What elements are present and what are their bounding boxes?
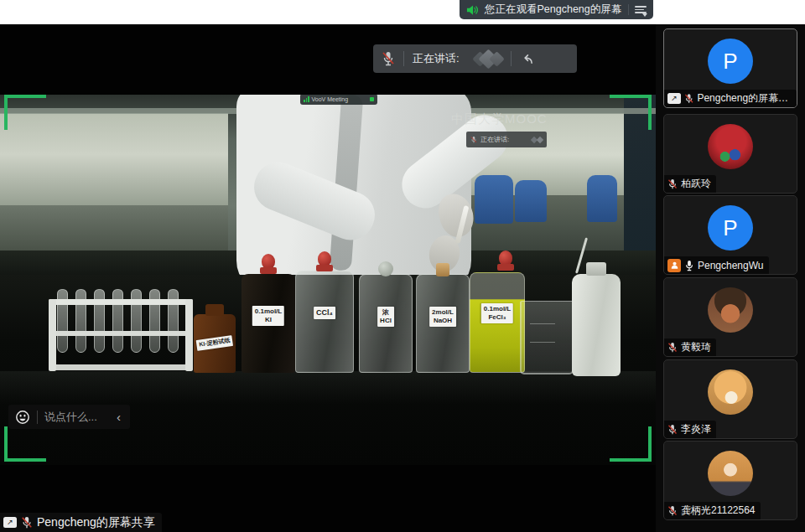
participant-name: 龚柄光21122564 xyxy=(681,504,756,518)
avatar: P xyxy=(708,39,753,84)
diamond-logo xyxy=(475,52,502,66)
share-border-corner xyxy=(4,95,46,130)
bottle-label: 0.1mol/LFeCl₃ xyxy=(481,303,513,323)
mic-muted-icon xyxy=(684,93,693,105)
participant-namebar: ↗ Pengcheng的屏幕共... xyxy=(664,90,797,107)
participant-tile[interactable]: 李炎泽 xyxy=(663,359,797,439)
lab-chair xyxy=(475,175,513,224)
top-strip: 您正在观看Pengcheng的屏幕 xyxy=(0,0,805,24)
speaking-label: 正在讲话: xyxy=(413,51,460,66)
mic-muted-icon xyxy=(470,136,477,144)
meeting-app: 您正在观看Pengcheng的屏幕 xyxy=(0,0,805,532)
bench-reflection xyxy=(0,371,656,405)
share-border-corner xyxy=(610,95,652,130)
bottle-label: 浓HCl xyxy=(377,307,394,327)
lab-chair xyxy=(587,175,617,222)
avatar xyxy=(708,369,753,415)
avatar xyxy=(708,287,753,333)
collapse-chevron[interactable]: ‹ xyxy=(114,410,123,424)
share-border-corner xyxy=(4,426,46,462)
participants-sidebar: P ↗ Pengcheng的屏幕共... xyxy=(656,24,805,532)
bottle-label: 0.1mol/LKI xyxy=(252,306,284,326)
bottle-ccl4: CCl₄ xyxy=(295,271,354,373)
emoji-button[interactable] xyxy=(15,410,30,425)
mic-muted-icon xyxy=(667,505,678,517)
chat-input-placeholder[interactable]: 说点什么... xyxy=(44,410,97,425)
overlay-divider xyxy=(511,51,512,66)
mic-muted-icon xyxy=(667,342,678,354)
test-tube-rack xyxy=(49,294,193,373)
mini-diamond-logo xyxy=(537,136,543,142)
bottle-label: 2mol/LNaOH xyxy=(429,307,456,327)
participant-tile[interactable]: P PengchengWu xyxy=(663,195,797,275)
share-border-corner xyxy=(610,426,652,462)
pill-divider xyxy=(628,4,629,15)
bottle-label: KI-淀粉试纸 xyxy=(196,335,234,351)
participant-tile[interactable]: 柏跃玲 xyxy=(663,114,797,194)
reply-arrow-icon[interactable] xyxy=(520,53,534,65)
participant-name: 柏跃玲 xyxy=(681,177,711,191)
nested-meeting-titlebar: VooV Meeting xyxy=(300,95,377,105)
signal-bars-icon xyxy=(304,96,309,102)
bottle-fecl3: 0.1mol/LFeCl₃ xyxy=(470,272,525,373)
bottle-naoh: 2mol/LNaOH xyxy=(416,274,470,373)
share-banner-label: Pengcheng的屏幕共享 xyxy=(37,515,155,530)
participant-tile[interactable]: 龚柄光21122564 xyxy=(663,441,797,520)
participant-tile[interactable]: 黄毅琦 xyxy=(663,277,797,357)
share-banner: ↗ Pengcheng的屏幕共享 xyxy=(0,513,162,532)
screen-share-icon: ↗ xyxy=(667,93,681,104)
overlay-divider xyxy=(403,51,404,66)
mic-on-icon xyxy=(684,260,694,271)
participant-tile[interactable]: P ↗ Pengcheng的屏幕共... xyxy=(663,28,797,108)
speaker-icon xyxy=(466,4,479,16)
host-badge-icon xyxy=(667,259,681,272)
participant-namebar: PengchengWu xyxy=(664,256,769,274)
mic-muted-icon xyxy=(667,424,678,436)
chatbar-divider xyxy=(37,411,38,424)
nested-meeting-label: VooV Meeting xyxy=(312,96,349,102)
speaking-indicator-overlay: 正在讲话: xyxy=(373,44,577,73)
beaker xyxy=(520,301,574,374)
participant-name: PengchengWu xyxy=(698,260,764,271)
nested-green-icon xyxy=(370,97,374,101)
mooc-watermark: 中国大学MOOC xyxy=(451,111,548,127)
watching-label: 您正在观看Pengcheng的屏幕 xyxy=(485,3,621,17)
nested-speaking-label: 正在讲话: xyxy=(480,135,509,144)
participant-name: 李炎泽 xyxy=(681,422,711,436)
fecl3-dropper xyxy=(497,251,514,271)
lab-chair xyxy=(515,180,547,222)
bottle-ki-starch-paper: KI-淀粉试纸 xyxy=(194,314,236,373)
watching-banner[interactable]: 您正在观看Pengcheng的屏幕 xyxy=(460,0,653,19)
participant-namebar: 柏跃玲 xyxy=(664,175,716,193)
nested-speaking-indicator: 正在讲话: xyxy=(466,132,547,147)
chat-quick-bar[interactable]: 说点什么... ‹ xyxy=(8,405,130,429)
layout-menu-icon[interactable] xyxy=(635,6,647,13)
participant-namebar: 龚柄光21122564 xyxy=(664,502,761,519)
avatar xyxy=(708,124,753,169)
participant-namebar: 黄毅琦 xyxy=(664,338,716,356)
avatar xyxy=(708,451,753,496)
bottle-ki: 0.1mol/LKI xyxy=(242,274,295,373)
bottle-hcl: 浓HCl xyxy=(359,274,413,373)
lab-counter-left xyxy=(0,205,228,256)
wash-bottle xyxy=(572,274,621,376)
participant-namebar: 李炎泽 xyxy=(664,421,716,438)
mic-muted-icon xyxy=(21,516,33,529)
participant-name: Pengcheng的屏幕共... xyxy=(697,91,792,106)
screen-share-icon: ↗ xyxy=(3,517,17,528)
participant-name: 黄毅琦 xyxy=(681,340,711,354)
bottle-label: CCl₄ xyxy=(314,307,335,319)
screen-share-stage: KI-淀粉试纸 0.1mol/LKI CCl₄ 浓HCl xyxy=(0,24,656,532)
mic-muted-icon xyxy=(382,51,395,66)
mic-muted-icon xyxy=(667,178,678,190)
avatar: P xyxy=(708,205,753,251)
